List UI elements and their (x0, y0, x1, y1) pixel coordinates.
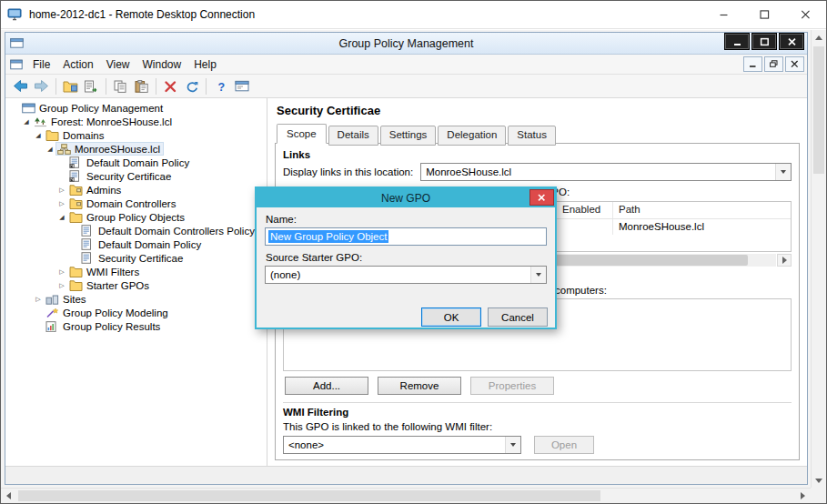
dialog-close-button[interactable] (529, 189, 554, 206)
scroll-right-icon[interactable] (777, 254, 792, 267)
svg-text:?: ? (217, 80, 225, 92)
horizontal-scroll-track[interactable] (16, 489, 795, 503)
scroll-up-icon[interactable] (812, 30, 827, 45)
tab-settings[interactable]: Settings (380, 126, 437, 146)
gpo-name-input[interactable]: New Group Policy Object (265, 227, 547, 246)
expander-collapsed-icon[interactable]: ▷ (56, 278, 67, 292)
tab-scope[interactable]: Scope (277, 124, 327, 144)
scroll-left-icon[interactable] (1, 489, 16, 503)
menu-item-window[interactable]: Window (136, 55, 188, 74)
cancel-button[interactable]: Cancel (488, 307, 548, 327)
expander-expanded-icon[interactable]: ◢ (33, 128, 44, 142)
expander-collapsed-icon[interactable]: ▷ (56, 197, 67, 210)
expander-expanded-icon[interactable]: ◢ (21, 115, 32, 128)
tree-item-default-domain-policy[interactable]: Default Domain Policy (5, 237, 267, 251)
tree-item-monroeshouse-lcl[interactable]: ◢MonroeSHouse.lcl (5, 142, 267, 156)
tree-item-security-certificae[interactable]: Security Certificae (5, 169, 267, 183)
chevron-down-icon[interactable] (505, 437, 520, 453)
mmc-child-restore-button[interactable] (764, 56, 783, 72)
add-button[interactable]: Add... (285, 377, 368, 395)
menu-item-view[interactable]: View (100, 55, 136, 74)
menu-item-file[interactable]: File (26, 55, 56, 74)
tree-item-group-policy-objects[interactable]: ◢Group Policy Objects (5, 210, 267, 224)
menu-item-action[interactable]: Action (56, 55, 99, 74)
toolbar-show-tree-icon[interactable] (60, 76, 81, 96)
toolbar-delete-icon[interactable] (160, 76, 181, 96)
tree-entry: Default Domain Policy (79, 237, 205, 251)
toolbar-forward-icon[interactable] (31, 76, 52, 96)
remove-button[interactable]: Remove (378, 377, 461, 395)
horizontal-scroll-thumb[interactable] (18, 490, 600, 501)
toolbar-console-window-icon[interactable] (231, 76, 252, 96)
modeling-icon (45, 307, 60, 318)
scroll-down-icon[interactable] (812, 473, 827, 488)
tree-entry: Default Domain Policy (67, 156, 193, 169)
toolbar-export-list-icon[interactable] (81, 76, 102, 96)
toolbar-refresh-icon[interactable] (181, 76, 202, 96)
menu-bar-items: FileActionViewWindowHelp (26, 55, 223, 74)
section-divider (283, 402, 792, 403)
mmc-child-close-button[interactable] (785, 56, 804, 72)
ok-button[interactable]: OK (421, 307, 481, 327)
tree-item-admins[interactable]: ▷Admins (5, 183, 267, 197)
wmi-filter-value: <none> (288, 439, 324, 450)
tree-item-group-policy-modeling[interactable]: Group Policy Modeling (5, 306, 267, 319)
vertical-scroll-track[interactable] (812, 45, 826, 473)
tree-item-default-domain-controllers-policy[interactable]: Default Domain Controllers Policy (5, 224, 267, 237)
gpmc-titlebar: Group Policy Management (5, 33, 807, 55)
wmi-filter-combobox[interactable]: <none> (283, 436, 521, 454)
tree-item-forest-monroeshouse-lcl[interactable]: ◢Forest: MonroeSHouse.lcl (5, 115, 267, 128)
source-starter-gpo-combobox[interactable]: (none) (265, 266, 547, 284)
vertical-scroll-thumb[interactable] (813, 46, 824, 174)
tree-item-starter-gpos[interactable]: ▷Starter GPOs (5, 278, 267, 292)
expander-collapsed-icon[interactable]: ▷ (33, 292, 44, 306)
tree-item-security-certificae[interactable]: Security Certificae (5, 251, 267, 265)
tree-item-wmi-filters[interactable]: ▷WMI Filters (5, 265, 267, 278)
toolbar-copy-icon[interactable] (110, 76, 131, 96)
tree-entry: WMI Filters (67, 265, 143, 278)
tree-item-label: Starter GPOs (86, 280, 149, 291)
domains-icon (45, 129, 60, 141)
toolbar-back-icon[interactable] (10, 76, 31, 96)
tab-delegation[interactable]: Delegation (438, 126, 506, 146)
tree-item-default-domain-policy[interactable]: Default Domain Policy (5, 156, 267, 169)
menu-item-help[interactable]: Help (187, 55, 223, 74)
toolbar-paste-icon[interactable] (131, 76, 152, 96)
dialog-buttons: OK Cancel (421, 307, 548, 327)
toolbar-help-icon[interactable]: ? (210, 76, 231, 96)
tree-item-group-policy-management[interactable]: Group Policy Management (5, 101, 267, 115)
expander-collapsed-icon[interactable]: ▷ (56, 265, 67, 278)
tree-item-label: MonroeSHouse.lcl (75, 144, 160, 155)
chevron-down-icon[interactable] (530, 267, 546, 283)
link-table-col-path[interactable]: Path (613, 202, 791, 218)
tree-item-domains[interactable]: ◢Domains (5, 128, 267, 142)
tab-status[interactable]: Status (508, 126, 556, 146)
tree-item-label: Default Domain Policy (98, 239, 201, 250)
chevron-down-icon[interactable] (775, 164, 791, 180)
rdp-titlebar: home-2012-dc1 - Remote Desktop Connectio… (1, 1, 826, 29)
expander-expanded-icon[interactable]: ◢ (56, 210, 67, 224)
rdp-minimize-button[interactable] (703, 1, 744, 28)
tree-item-domain-controllers[interactable]: ▷Domain Controllers (5, 197, 267, 210)
rdp-horizontal-scrollbar[interactable] (1, 488, 811, 503)
rdp-vertical-scrollbar[interactable] (811, 30, 826, 488)
toolbar-separator (106, 78, 106, 95)
tab-details[interactable]: Details (328, 126, 378, 146)
gpmc-maximize-button[interactable] (751, 33, 777, 50)
wmi-filter-label: This GPO is linked to the following WMI … (283, 421, 792, 432)
link-table-col-enabled[interactable]: Enabled (557, 202, 613, 218)
tree-item-sites[interactable]: ▷Sites (5, 292, 267, 306)
tree-item-group-policy-results[interactable]: Group Policy Results (5, 319, 267, 333)
properties-button: Properties (470, 377, 554, 395)
mmc-child-minimize-button[interactable] (743, 56, 762, 72)
display-links-combobox[interactable]: MonroeSHouse.lcl (420, 163, 792, 181)
rdp-close-button[interactable] (785, 1, 826, 28)
tree-item-label: Domains (63, 130, 104, 141)
gpmc-minimize-button[interactable] (724, 33, 750, 50)
expander-expanded-icon[interactable]: ◢ (45, 142, 55, 156)
scroll-right-icon[interactable] (795, 489, 811, 503)
wmi-filter-row: <none> Open (283, 436, 792, 454)
expander-collapsed-icon[interactable]: ▷ (56, 183, 67, 197)
gpmc-close-button[interactable] (779, 33, 804, 50)
rdp-maximize-button[interactable] (744, 1, 785, 28)
